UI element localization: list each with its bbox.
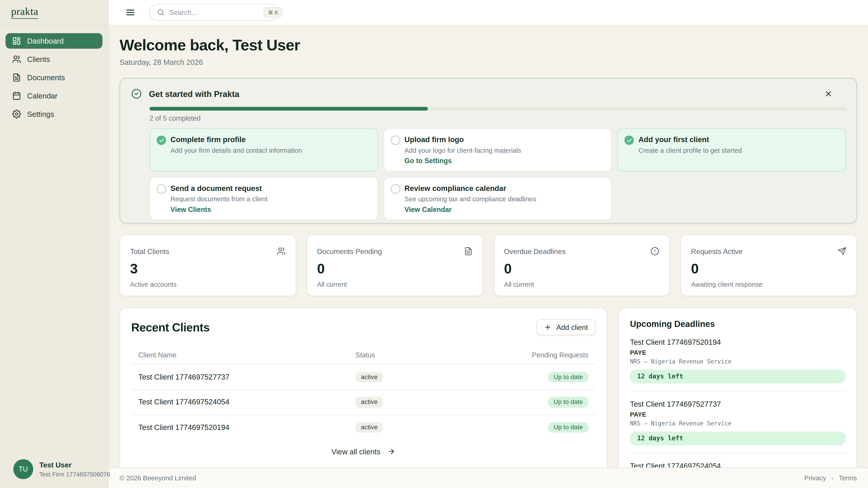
stat-subtext: Active accounts <box>130 281 286 288</box>
users-icon <box>277 247 285 256</box>
status-badge: active <box>355 397 383 408</box>
file-icon <box>464 247 472 256</box>
view-clients-link[interactable]: View Clients <box>170 206 211 214</box>
sidebar-item-dashboard[interactable]: Dashboard <box>5 33 102 49</box>
privacy-link[interactable]: Privacy <box>804 474 826 482</box>
task-send-document-request[interactable]: Send a document request Request document… <box>149 177 378 220</box>
onboarding-progress-bar <box>149 107 846 111</box>
dashboard-icon <box>12 37 21 45</box>
stat-value: 0 <box>317 260 473 276</box>
divider <box>630 391 845 391</box>
task-complete-firm-profile[interactable]: Complete firm profile Add your firm deta… <box>149 128 378 171</box>
deadline-item[interactable]: Test Client 1774697527737 PAYE NRS — Nig… <box>630 400 845 446</box>
footer: © 2026 Beeeyond Limited Privacy Terms <box>108 467 868 488</box>
task-title: Review compliance calendar <box>404 184 604 193</box>
clients-table: Client Name Status Pending Requests Test… <box>131 346 596 440</box>
table-header: Client Name Status Pending Requests <box>131 346 596 364</box>
app-window: prakta Dashboard Clients Documents Calen… <box>0 0 868 488</box>
user-card[interactable]: TU Test User Test Firm 1774697506076 <box>0 453 108 488</box>
task-add-first-client[interactable]: Add your first client Create a client pr… <box>617 128 846 171</box>
page-date: Saturday, 28 March 2026 <box>120 58 857 66</box>
sidebar-item-settings[interactable]: Settings <box>5 106 102 122</box>
stat-subtext: All current <box>317 281 473 288</box>
task-title: Upload firm logo <box>404 135 604 145</box>
onboarding-card: Get started with Prakta 2 of 5 completed… <box>120 78 857 223</box>
sidebar-item-label: Clients <box>27 55 50 64</box>
close-onboarding-button[interactable] <box>823 89 833 98</box>
upcoming-deadlines-card: Upcoming Deadlines Test Client 177469752… <box>618 308 857 468</box>
task-title: Send a document request <box>170 184 371 193</box>
task-description: Add your firm details and contact inform… <box>170 147 371 155</box>
user-firm: Test Firm 1774697506076 <box>39 471 110 477</box>
copyright: © 2026 Beeeyond Limited <box>120 474 196 482</box>
checked-circle-icon <box>625 135 634 145</box>
days-left-badge: 12 days left <box>630 431 845 445</box>
deadline-item[interactable]: Test Client 1774697524054 PAYE <box>630 462 845 467</box>
column-status: Status <box>355 351 505 359</box>
stat-requests-active: Requests Active 0 Awaiting client respon… <box>680 234 857 296</box>
divider <box>630 453 845 453</box>
deadline-type: PAYE <box>630 411 845 418</box>
sidebar-item-documents[interactable]: Documents <box>5 70 102 86</box>
menu-toggle-button[interactable] <box>124 6 136 19</box>
stat-overdue-deadlines: Overdue Deadlines 0 All current <box>493 234 670 296</box>
recent-clients-title: Recent Clients <box>131 321 210 334</box>
deadline-authority: NRS — Nigeria Revenue Service <box>630 358 845 364</box>
stat-label: Overdue Deadlines <box>504 247 566 255</box>
client-name: Test Client 1774697524054 <box>138 398 355 406</box>
unchecked-circle-icon <box>391 184 400 194</box>
sidebar-item-calendar[interactable]: Calendar <box>5 88 102 103</box>
close-icon <box>824 90 832 98</box>
unchecked-circle-icon <box>391 135 400 145</box>
onboarding-title: Get started with Prakta <box>149 89 239 98</box>
brand-logo[interactable]: prakta <box>11 6 38 19</box>
logo-area: prakta <box>0 0 108 26</box>
send-icon <box>837 247 846 256</box>
sidebar-item-clients[interactable]: Clients <box>5 52 102 67</box>
add-client-button[interactable]: Add client <box>536 319 596 335</box>
deadlines-title: Upcoming Deadlines <box>630 319 845 329</box>
deadline-client: Test Client 1774697524054 <box>630 462 845 467</box>
column-client-name: Client Name <box>138 351 355 359</box>
terms-link[interactable]: Terms <box>839 474 857 482</box>
alert-circle-icon <box>651 247 659 256</box>
stat-subtext: Awaiting client response <box>691 281 846 288</box>
sidebar: prakta Dashboard Clients Documents Calen… <box>0 0 108 488</box>
pending-badge: Up to date <box>548 371 588 382</box>
search-shortcut-badge: ⌘ K <box>264 7 283 18</box>
recent-clients-card: Recent Clients Add client Client Name St… <box>120 308 608 468</box>
avatar: TU <box>13 459 33 479</box>
view-all-clients-link[interactable]: View all clients <box>131 447 596 456</box>
onboarding-progress-fill <box>149 107 428 111</box>
view-calendar-link[interactable]: View Calendar <box>404 206 452 214</box>
table-row[interactable]: Test Client 1774697520194 active Up to d… <box>131 414 596 440</box>
plus-icon <box>544 324 551 331</box>
deadline-client: Test Client 1774697520194 <box>630 338 845 346</box>
sidebar-item-label: Calendar <box>27 92 57 100</box>
go-to-settings-link[interactable]: Go to Settings <box>404 157 452 165</box>
status-badge: active <box>355 371 383 382</box>
sidebar-item-label: Settings <box>27 110 54 118</box>
task-upload-firm-logo[interactable]: Upload firm logo Add your logo for clien… <box>383 128 612 171</box>
stat-documents-pending: Documents Pending 0 All current <box>307 234 483 296</box>
table-row[interactable]: Test Client 1774697524054 active Up to d… <box>131 389 596 414</box>
task-title: Add your first client <box>638 135 839 145</box>
table-row[interactable]: Test Client 1774697527737 active Up to d… <box>131 364 596 389</box>
dot-separator <box>832 477 833 479</box>
gear-icon <box>12 109 21 119</box>
view-all-label: View all clients <box>332 447 380 456</box>
column-pending-requests: Pending Requests <box>505 351 588 359</box>
task-review-compliance-calendar[interactable]: Review compliance calendar See upcoming … <box>383 177 612 220</box>
deadline-item[interactable]: Test Client 1774697520194 PAYE NRS — Nig… <box>630 338 845 383</box>
task-description: See upcoming tax and compliance deadline… <box>404 195 604 203</box>
task-title: Complete firm profile <box>170 135 371 145</box>
search-box[interactable]: ⌘ K <box>149 4 278 21</box>
onboarding-tasks: Complete firm profile Add your firm deta… <box>149 128 846 220</box>
bottom-row: Recent Clients Add client Client Name St… <box>120 308 857 468</box>
search-input[interactable] <box>169 8 258 16</box>
task-description: Add your logo for client-facing material… <box>404 147 604 155</box>
add-client-label: Add client <box>556 323 588 331</box>
main-content: Welcome back, Test User Saturday, 28 Mar… <box>108 26 868 468</box>
deadline-authority: NRS — Nigeria Revenue Service <box>630 420 845 427</box>
task-description: Request documents from a client <box>170 195 371 203</box>
